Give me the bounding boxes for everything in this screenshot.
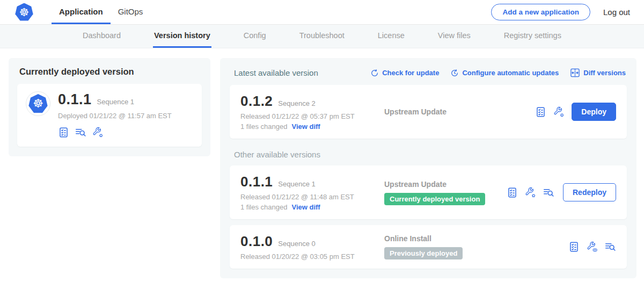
latest-available-label: Latest available version <box>234 68 318 77</box>
auto-update-icon <box>450 69 459 77</box>
kubernetes-logo-icon: ☸ <box>15 3 33 21</box>
version-number: 0.1.2 <box>240 93 273 110</box>
currently-deployed-badge: Currently deployed version <box>384 193 485 205</box>
app-subnav: Dashboard Version history Config Trouble… <box>0 25 644 48</box>
version-number: 0.1.1 <box>240 174 273 190</box>
other-available-label: Other available versions <box>234 150 627 159</box>
preflight-checks-icon[interactable] <box>507 187 518 198</box>
version-history-panel: Latest available version Check for updat… <box>220 58 636 278</box>
top-header: ☸ Application GitOps Add a new applicati… <box>0 0 644 25</box>
app-icon-ring: ☸ <box>26 91 50 116</box>
tab-troubleshoot[interactable]: Troubleshoot <box>298 25 346 48</box>
sequence-label: Sequence 2 <box>278 99 315 107</box>
files-changed-label: 1 files changed <box>240 203 287 211</box>
refresh-icon <box>370 69 379 77</box>
previously-deployed-badge: Previously deployed <box>384 247 463 259</box>
version-source-label: Online Install <box>384 234 568 243</box>
tab-config[interactable]: Config <box>243 25 267 48</box>
configure-automatic-updates-link[interactable]: Configure automatic updates <box>450 69 559 77</box>
currently-deployed-title: Currently deployed version <box>17 67 202 77</box>
main-content: Currently deployed version ☸ 0.1.1 Seque… <box>0 48 644 278</box>
tab-registry-settings[interactable]: Registry settings <box>503 25 562 48</box>
add-application-button[interactable]: Add a new application <box>491 4 590 20</box>
deployed-sequence-label: Sequence 1 <box>97 98 134 106</box>
deployed-version-number: 0.1.1 <box>58 91 92 108</box>
diff-versions-link[interactable]: Diff versions <box>570 68 626 78</box>
deploy-logs-icon[interactable] <box>75 127 86 138</box>
released-timestamp: Released 01/21/22 @ 11:48 am EST <box>240 193 375 201</box>
view-diff-link[interactable]: View diff <box>291 122 320 131</box>
kubernetes-wheel-glyph: ☸ <box>33 97 43 111</box>
deploy-button[interactable]: Deploy <box>572 103 616 121</box>
version-row-0-1-2: 0.1.2 Sequence 2 Released 01/21/22 @ 05:… <box>230 85 627 139</box>
sequence-label: Sequence 0 <box>278 240 315 248</box>
logout-button[interactable]: Log out <box>603 8 630 17</box>
deploy-logs-icon[interactable] <box>543 187 554 198</box>
tab-application[interactable]: Application <box>52 0 111 24</box>
sequence-label: Sequence 1 <box>278 180 315 188</box>
version-row-0-1-1: 0.1.1 Sequence 1 Released 01/21/22 @ 11:… <box>230 165 627 219</box>
deployed-version-card: ☸ 0.1.1 Sequence 1 Deployed 01/21/22 @ 1… <box>17 84 202 147</box>
released-timestamp: Released 01/21/22 @ 05:37 pm EST <box>240 112 375 120</box>
preflight-checks-icon[interactable] <box>535 106 546 118</box>
kubernetes-wheel-glyph: ☸ <box>19 6 30 19</box>
currently-deployed-panel: Currently deployed version ☸ 0.1.1 Seque… <box>9 58 210 156</box>
top-nav: Application GitOps <box>52 0 150 24</box>
diff-versions-label: Diff versions <box>583 69 626 77</box>
deployed-timestamp: Deployed 01/21/22 @ 11:57 am EST <box>58 112 172 120</box>
released-timestamp: Released 01/20/22 @ 03:05 pm EST <box>240 252 375 261</box>
tab-license[interactable]: License <box>377 25 406 48</box>
version-row-0-1-0: 0.1.0 Sequence 0 Released 01/20/22 @ 03:… <box>230 225 627 269</box>
diff-versions-icon <box>570 68 580 78</box>
files-changed-label: 1 files changed <box>240 122 287 131</box>
deploy-logs-icon[interactable] <box>605 241 616 252</box>
configure-automatic-updates-label: Configure automatic updates <box>462 69 559 77</box>
view-config-icon[interactable] <box>587 241 598 252</box>
tab-view-files[interactable]: View files <box>437 25 472 48</box>
redeploy-button[interactable]: Redeploy <box>563 183 616 201</box>
check-for-update-link[interactable]: Check for update <box>370 69 439 77</box>
view-diff-link[interactable]: View diff <box>291 203 320 211</box>
kubernetes-app-icon: ☸ <box>28 94 48 113</box>
edit-config-icon[interactable] <box>92 127 104 138</box>
preflight-checks-icon[interactable] <box>568 241 580 252</box>
edit-config-icon[interactable] <box>525 187 536 198</box>
app-logo: ☸ <box>15 0 33 24</box>
check-for-update-label: Check for update <box>382 69 439 77</box>
tab-gitops[interactable]: GitOps <box>111 0 151 24</box>
tab-dashboard[interactable]: Dashboard <box>82 25 122 48</box>
version-source-label: Upstream Update <box>384 180 507 189</box>
version-number: 0.1.0 <box>240 233 273 250</box>
version-source-label: Upstream Update <box>384 107 535 116</box>
preflight-checks-icon[interactable] <box>58 127 69 138</box>
tab-version-history[interactable]: Version history <box>153 25 211 48</box>
edit-config-icon[interactable] <box>553 106 565 118</box>
header-spacer <box>150 0 491 24</box>
